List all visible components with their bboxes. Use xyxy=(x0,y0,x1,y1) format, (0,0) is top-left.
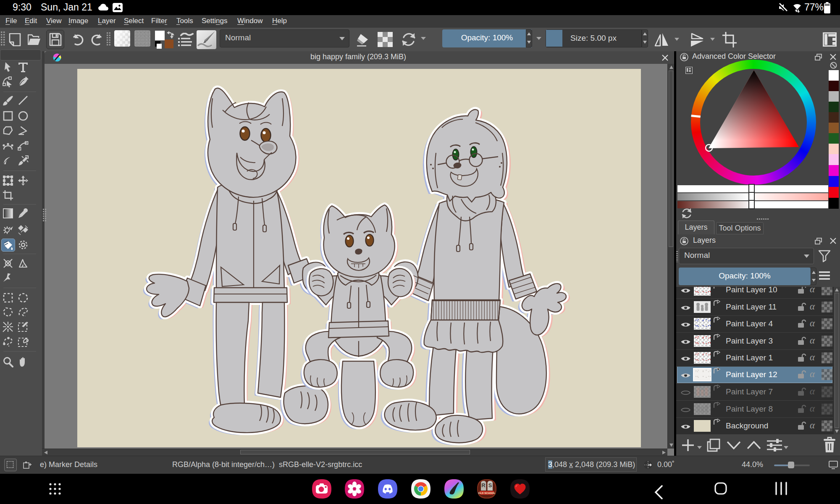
svg-text:OLD SCHOOL: OLD SCHOOL xyxy=(478,491,495,494)
svg-text:S: S xyxy=(488,482,492,488)
svg-text:R: R xyxy=(481,482,486,488)
